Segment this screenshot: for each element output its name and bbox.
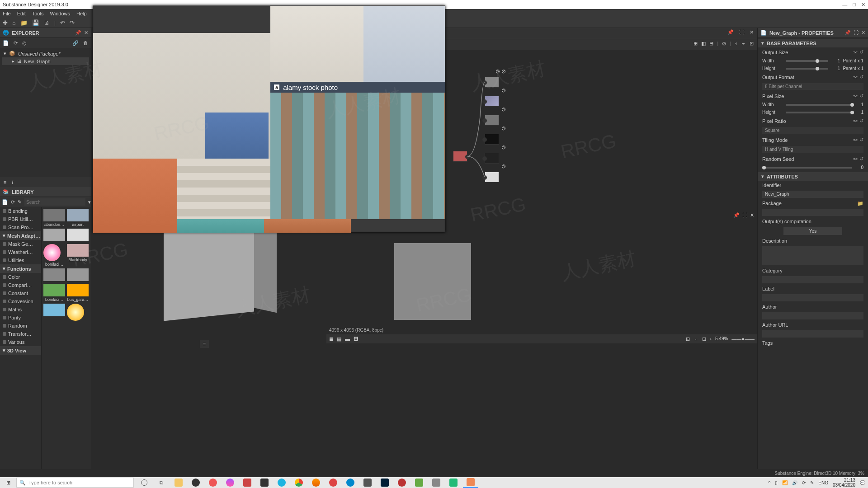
graph-align2-icon[interactable]: ⫟: [741, 41, 746, 47]
menu-edit[interactable]: Edit: [17, 11, 26, 16]
tool1-icon[interactable]: ≡: [4, 179, 6, 185]
new-icon[interactable]: ✚: [3, 19, 8, 26]
tree-graph[interactable]: ▸ ⊞ New_Graph: [2, 57, 89, 65]
close-panel-icon[interactable]: ✕: [750, 212, 754, 218]
app-icon[interactable]: [326, 477, 341, 488]
library-thumbnail[interactable]: bonifaci…: [43, 244, 65, 267]
category-input[interactable]: [762, 276, 863, 283]
menu-help[interactable]: Help: [76, 11, 87, 16]
new-pkg-icon[interactable]: 📄: [3, 40, 9, 46]
target-icon[interactable]: ◎: [22, 40, 27, 46]
app-icon[interactable]: [446, 477, 461, 488]
maximize-panel-icon[interactable]: ⛶: [739, 29, 744, 35]
graph-opt2-icon[interactable]: ◧: [701, 41, 706, 47]
ruler-icon[interactable]: ⫠: [693, 336, 698, 342]
explorer-icon[interactable]: [171, 477, 186, 488]
lib-new-icon[interactable]: 📄: [2, 199, 8, 205]
app-icon[interactable]: [394, 477, 410, 488]
app-icon[interactable]: [205, 477, 221, 488]
chevron-right-icon[interactable]: ▸: [12, 58, 14, 64]
maximize-panel-icon[interactable]: ⛶: [742, 212, 747, 218]
minimize-icon[interactable]: —: [842, 2, 847, 8]
graph-output-node[interactable]: ⊚ ⊘: [485, 77, 499, 88]
menu-file[interactable]: File: [3, 11, 11, 16]
library-thumbnail[interactable]: bonifaci…: [43, 284, 65, 302]
photoshop-icon[interactable]: [377, 477, 392, 488]
close-icon[interactable]: ✕: [861, 2, 865, 8]
info-icon[interactable]: i: [12, 179, 13, 185]
tray-icon[interactable]: ✎: [810, 480, 814, 485]
library-category[interactable]: Parity: [0, 314, 41, 322]
library-thumbnail[interactable]: [43, 229, 65, 242]
windows-search[interactable]: 🔍 Type here to search: [16, 478, 134, 488]
link-icon[interactable]: ⫘: [853, 49, 858, 55]
graph-clock-icon[interactable]: ⊘: [722, 41, 726, 47]
pin-icon[interactable]: 📌: [75, 30, 81, 36]
library-thumbnail[interactable]: [43, 304, 65, 322]
library-category[interactable]: Maths: [0, 305, 41, 314]
menu-tools[interactable]: Tools: [32, 11, 44, 16]
graph-output-node[interactable]: ⊚: [485, 96, 499, 107]
library-thumbnail[interactable]: [67, 304, 89, 322]
app-icon[interactable]: [257, 477, 272, 488]
output-format-dropdown[interactable]: 8 Bits per Channel: [762, 83, 863, 90]
library-category[interactable]: Scan Pro…: [0, 223, 41, 231]
delete-icon[interactable]: 🗑: [83, 40, 88, 46]
maximize-icon[interactable]: □: [853, 2, 856, 8]
open-icon[interactable]: 📁: [20, 19, 28, 26]
maximize-panel-icon[interactable]: ⛶: [854, 30, 859, 36]
author-input[interactable]: [762, 312, 863, 319]
3d-view[interactable]: 📷 💡 ≡: [91, 212, 326, 348]
pin-icon[interactable]: 📌: [733, 212, 740, 218]
library-category[interactable]: Conversion: [0, 297, 41, 305]
app-icon[interactable]: [240, 477, 255, 488]
pin-icon[interactable]: 📌: [844, 30, 851, 36]
pin-icon[interactable]: 📌: [727, 29, 734, 35]
library-category[interactable]: Compari…: [0, 281, 41, 289]
filter-icon[interactable]: ▾: [88, 199, 91, 205]
section-base-parameters[interactable]: ▾ BASE PARAMETERS: [758, 39, 868, 47]
graph-opt3-icon[interactable]: ⊟: [709, 41, 713, 47]
library-thumbnail[interactable]: [67, 268, 89, 282]
graph-output-node[interactable]: ⊚: [485, 134, 499, 145]
library-thumbnail[interactable]: Blackbody: [67, 244, 89, 267]
label-input[interactable]: [762, 294, 863, 301]
tree-package[interactable]: ▾ 📦 Unsaved Package*: [2, 50, 89, 57]
app-icon[interactable]: [411, 477, 427, 488]
library-thumbnail[interactable]: airport: [67, 209, 89, 227]
library-thumbnail[interactable]: [67, 229, 89, 242]
app-icon[interactable]: [429, 477, 444, 488]
reset-icon[interactable]: ↺: [859, 49, 863, 55]
tray-chevron-icon[interactable]: ^: [769, 480, 771, 485]
reference-image-window[interactable]: www.rrcg.cn a alamy stock photo: [93, 5, 445, 232]
preview-cube[interactable]: [164, 221, 254, 321]
folder-icon[interactable]: 📁: [857, 201, 863, 206]
image-icon[interactable]: 🖼: [354, 336, 359, 342]
save-icon[interactable]: 💾: [32, 19, 39, 26]
section-attributes[interactable]: ▾ ATTRIBUTES: [758, 172, 868, 181]
substance-icon[interactable]: [463, 477, 478, 488]
library-category[interactable]: Utilities: [0, 256, 41, 264]
graph-node[interactable]: [453, 151, 467, 162]
chevron-down-icon[interactable]: ▾: [4, 51, 6, 56]
graph-output-node[interactable]: ⊚: [485, 115, 499, 126]
library-category[interactable]: PBR Utili…: [0, 215, 41, 223]
home-icon[interactable]: ⌂: [12, 19, 16, 26]
checker-icon[interactable]: ▦: [337, 336, 341, 342]
opt-icon[interactable]: ⊡: [702, 336, 706, 342]
lib-edit-icon[interactable]: ✎: [18, 199, 22, 205]
pixel-ratio-dropdown[interactable]: Square: [762, 127, 863, 134]
panel-handle-icon[interactable]: ≡: [200, 340, 209, 348]
undo-icon[interactable]: ↶: [60, 19, 65, 26]
library-thumbnail[interactable]: abandon…: [43, 209, 65, 227]
library-category[interactable]: ▾ Functions: [0, 264, 41, 273]
solid-icon[interactable]: ▬: [345, 336, 350, 342]
outputs-comp-value[interactable]: Yes: [783, 227, 842, 235]
tiling-mode-dropdown[interactable]: H and V Tiling: [762, 146, 863, 153]
firefox-icon[interactable]: [308, 477, 324, 488]
taskview-icon[interactable]: ⧉: [154, 477, 169, 488]
layers-icon[interactable]: ≣: [329, 336, 333, 342]
graph-output-node[interactable]: ⊚: [485, 153, 499, 164]
close-panel-icon[interactable]: ✕: [861, 30, 865, 36]
library-category[interactable]: Weatheri…: [0, 248, 41, 256]
